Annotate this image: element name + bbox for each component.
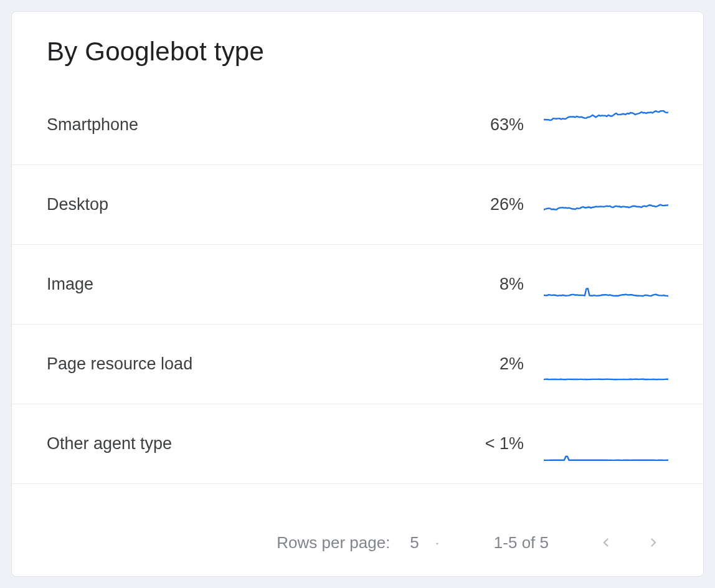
sparkline — [544, 186, 668, 224]
sparkline — [544, 107, 668, 144]
row-value: 26% — [443, 195, 524, 214]
table-row[interactable]: Smartphone63% — [12, 85, 703, 165]
table-row[interactable]: Page resource load2% — [12, 325, 703, 404]
table-row[interactable]: Desktop26% — [12, 165, 703, 245]
row-value: 63% — [443, 115, 524, 135]
row-label: Page resource load — [47, 354, 443, 374]
row-label: Other agent type — [47, 434, 443, 453]
pagination-range: 1-5 of 5 — [494, 533, 549, 552]
sparkline — [544, 425, 668, 463]
row-label: Desktop — [47, 195, 443, 214]
next-page-button[interactable] — [638, 528, 668, 557]
card-header: By Googlebot type — [12, 12, 703, 85]
row-label: Smartphone — [47, 115, 443, 135]
card-title: By Googlebot type — [47, 37, 668, 67]
row-label: Image — [47, 275, 443, 294]
rows-per-page-label: Rows per page: — [277, 533, 390, 552]
row-value: < 1% — [443, 434, 524, 453]
row-value: 2% — [443, 354, 524, 374]
rows-per-page-value: 5 — [410, 533, 419, 552]
chevron-left-icon — [597, 534, 615, 551]
chevron-right-icon — [645, 534, 662, 551]
prev-page-button[interactable] — [591, 528, 621, 557]
dropdown-triangle-icon — [430, 533, 444, 552]
table-row[interactable]: Other agent type< 1% — [12, 404, 703, 484]
table-row[interactable]: Image8% — [12, 245, 703, 325]
sparkline — [544, 346, 668, 383]
table-body: Smartphone63%Desktop26%Image8%Page resou… — [12, 85, 703, 509]
row-value: 8% — [443, 275, 524, 294]
googlebot-type-card: By Googlebot type Smartphone63%Desktop26… — [11, 11, 704, 577]
pagination-bar: Rows per page: 5 1-5 of 5 — [12, 509, 703, 576]
rows-per-page-select[interactable]: 5 — [410, 533, 443, 552]
sparkline — [544, 266, 668, 303]
